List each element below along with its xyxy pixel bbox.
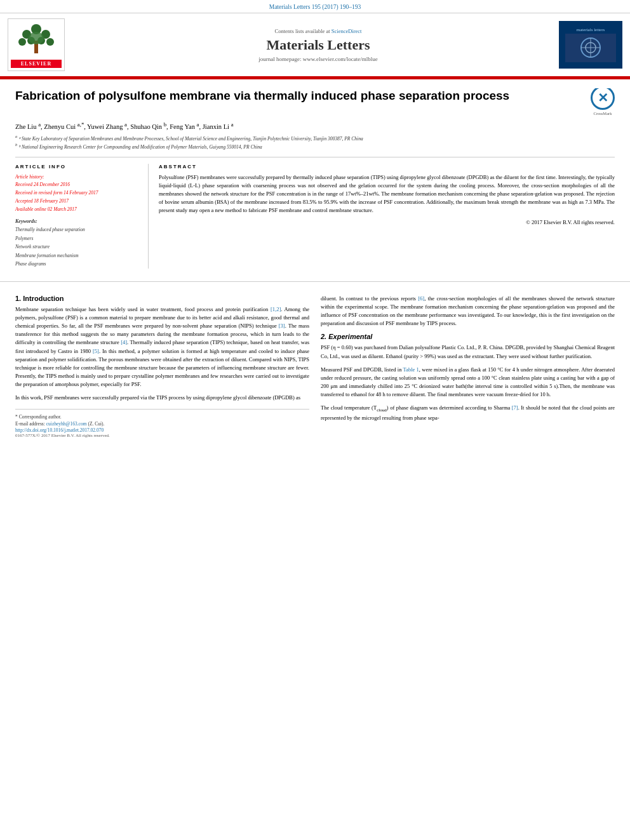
corresponding-mark: ,* <box>80 121 84 127</box>
corresponding-footnote: * Corresponding author. <box>15 413 309 420</box>
abstract-body: Polysulfone (PSF) membranes were success… <box>159 174 615 214</box>
body-left-col: 1. Introduction Membrane separation tech… <box>15 295 309 438</box>
article-history: Article history: Received 24 December 20… <box>15 173 140 214</box>
page: Materials Letters 195 (2017) 190–193 <box>0 0 630 840</box>
right-intro-continuation: diluent. In contrast to the previous rep… <box>321 295 615 328</box>
crossmark-badge: ✕ CrossMark <box>591 88 615 116</box>
aff-a3: a <box>124 121 127 127</box>
svg-point-4 <box>18 38 26 46</box>
section-2-para-1: PSF (η = 0.60) was purchased from Dalian… <box>321 343 615 360</box>
ml-logo-area: materials letters <box>559 21 622 69</box>
online-date: Available online 02 March 2017 <box>15 206 140 214</box>
elsevier-box: ELSEVIER <box>8 18 65 71</box>
abstract-text: Polysulfone (PSF) membranes were success… <box>159 173 615 227</box>
journal-header: ELSEVIER Contents lists available at Sci… <box>0 13 630 77</box>
crossmark-symbol: ✕ <box>598 90 608 105</box>
keyword-5: Phase diagrams <box>15 260 140 269</box>
section-2-title: 2. Experimental <box>321 333 615 340</box>
info-abstract-row: ARTICLE INFO Article history: Received 2… <box>15 157 615 269</box>
affiliation-b: b ᵇ National Engineering Research Center… <box>15 142 615 150</box>
section-2-number: 2. <box>321 333 326 340</box>
section-1-label: Introduction <box>23 295 64 302</box>
article-title: Fabrication of polysulfone membrane via … <box>15 88 615 104</box>
body-divider <box>0 281 630 282</box>
aff-a5: a <box>231 121 234 127</box>
article-content: ✕ CrossMark Fabrication of polysulfone m… <box>0 79 630 275</box>
crossmark-circle: ✕ <box>591 88 615 110</box>
issn-line: 0167-577X/© 2017 Elsevier B.V. All right… <box>15 433 309 438</box>
ref-4: [4] <box>121 339 127 345</box>
footnote-area: * Corresponding author. E-mail address: … <box>15 409 309 439</box>
title-row: ✕ CrossMark Fabrication of polysulfone m… <box>15 88 615 116</box>
abstract-col: ABSTRACT Polysulfone (PSF) membranes wer… <box>159 164 615 269</box>
journal-homepage: journal homepage: www.elsevier.com/locat… <box>77 56 559 62</box>
elsevier-label: ELSEVIER <box>11 60 62 68</box>
keywords-list: Thermally induced phase separation Polym… <box>15 225 140 269</box>
elsevier-logo-area: ELSEVIER <box>8 18 77 71</box>
ml-logo-subtitle: materials letters <box>577 27 605 32</box>
main-body: 1. Introduction Membrane separation tech… <box>0 288 630 444</box>
section-1-title: 1. Introduction <box>15 295 309 302</box>
table-1-ref[interactable]: Table 1 <box>403 366 419 373</box>
sciencedirect-link[interactable]: ScienceDirect <box>332 28 362 34</box>
section-2-label: Experimental <box>328 333 372 340</box>
ref-1-2: [1,2] <box>271 306 281 312</box>
revised-date: Received in revised form 14 February 201… <box>15 189 140 197</box>
journal-title: Materials Letters <box>77 37 559 53</box>
received-date: Received 24 December 2016 <box>15 181 140 189</box>
ref-7: [7] <box>512 404 518 411</box>
keyword-1: Thermally induced phase separation <box>15 225 140 234</box>
keyword-3: Network structure <box>15 243 140 251</box>
ml-cover-image <box>565 34 616 62</box>
authors-text: Zhe Liu a, Zhenyu Cui a,*, Yuwei Zhang a… <box>15 123 234 130</box>
keywords-label: Keywords: <box>15 218 140 224</box>
email-label: E-mail address: <box>15 421 45 427</box>
contents-text: Contents lists available at ScienceDirec… <box>77 28 559 34</box>
doi-text[interactable]: http://dx.doi.org/10.1016/j.matlet.2017.… <box>15 427 104 433</box>
email-address[interactable]: cuizheyhh@163.com <box>46 421 87 427</box>
body-right-col: diluent. In contrast to the previous rep… <box>321 295 615 438</box>
corresponding-label: * Corresponding author. <box>15 414 62 420</box>
journal-ref-text: Materials Letters 195 (2017) 190–193 <box>269 4 361 10</box>
ml-logo-box: materials letters <box>559 21 622 69</box>
article-info-header: ARTICLE INFO <box>15 164 140 170</box>
keyword-2: Polymers <box>15 234 140 243</box>
affiliation-a: a ᵃ State Key Laboratory of Separation M… <box>15 134 615 142</box>
svg-point-5 <box>46 38 54 46</box>
ref-6: [6] <box>418 295 424 302</box>
accepted-date: Accepted 18 February 2017 <box>15 197 140 206</box>
affiliations: a ᵃ State Key Laboratory of Separation M… <box>15 134 615 150</box>
ref-5: [5] <box>93 348 99 354</box>
aff-b: b <box>164 121 166 127</box>
abstract-header: ABSTRACT <box>159 164 615 170</box>
article-info-col: ARTICLE INFO Article history: Received 2… <box>15 164 149 269</box>
keyword-4: Membrane formation mechanism <box>15 251 140 260</box>
section-1-para-1: Membrane separation technique has been w… <box>15 305 309 389</box>
elsevier-tree-icon <box>11 22 62 57</box>
doi-line: http://dx.doi.org/10.1016/j.matlet.2017.… <box>15 427 309 433</box>
email-name: (Z. Cui). <box>88 421 104 427</box>
aff-a1: a <box>38 121 41 127</box>
aff-a4: a <box>197 121 199 127</box>
svg-point-9 <box>29 32 44 44</box>
section-1-number: 1. <box>15 295 21 302</box>
email-footnote: E-mail address: cuizheyhh@163.com (Z. Cu… <box>15 420 309 427</box>
ref-3: [3] <box>279 323 285 329</box>
keywords-section: Keywords: Thermally induced phase separa… <box>15 218 140 269</box>
crossmark-label: CrossMark <box>594 111 612 116</box>
section-1-para-2: In this work, PSF membranes were success… <box>15 394 309 402</box>
copyright-text: © 2017 Elsevier B.V. All rights reserved… <box>159 218 615 227</box>
journal-center-info: Contents lists available at ScienceDirec… <box>77 28 559 62</box>
cloud-sub: cloud <box>377 408 387 413</box>
section-2-para-3: The cloud temperature (Tcloud) of phase … <box>321 404 615 422</box>
section-2-para-2: Measured PSF and DPGDB, listed in Table … <box>321 366 615 399</box>
history-label: Article history: <box>15 173 140 182</box>
journal-reference: Materials Letters 195 (2017) 190–193 <box>0 0 630 13</box>
authors-line: Zhe Liu a, Zhenyu Cui a,*, Yuwei Zhang a… <box>15 121 615 130</box>
crossmark-area: ✕ CrossMark <box>591 88 615 116</box>
